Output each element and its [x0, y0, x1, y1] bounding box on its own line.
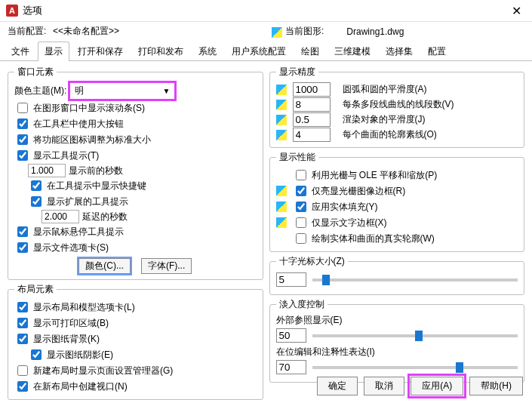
cb-ribbon-std-label: 将功能区图标调整为标准大小	[33, 134, 151, 146]
cb-scrollbars[interactable]	[17, 103, 28, 113]
cb-hover-tooltip-label: 显示鼠标悬停工具提示	[33, 226, 124, 238]
dwg-pref-icon	[276, 186, 287, 196]
cb-page-setup[interactable]	[17, 365, 28, 376]
cb-paper-bg-label: 显示图纸背景(K)	[33, 333, 100, 346]
close-icon[interactable]: ✕	[507, 4, 526, 18]
cb-image-frame[interactable]	[296, 186, 306, 196]
cb-page-setup-label: 新建布局时显示页面设置管理器(G)	[33, 365, 173, 377]
pline-seg-input[interactable]	[293, 97, 331, 112]
drawing-value: Drawing1.dwg	[346, 26, 404, 37]
refedit-fade-input[interactable]	[276, 360, 306, 374]
delay-input[interactable]	[42, 210, 79, 223]
xref-fade-input[interactable]	[276, 328, 306, 343]
apply-button[interactable]: 应用(A)	[411, 377, 463, 395]
color-theme-label: 颜色主题(M):	[14, 85, 66, 97]
cb-create-vp-label: 在新布局中创建视口(N)	[33, 380, 128, 393]
cancel-button[interactable]: 取消	[364, 377, 404, 395]
xref-fade-label: 外部参照显示(E)	[276, 314, 518, 327]
tab-select[interactable]: 选择集	[379, 42, 420, 61]
cb-shortcut-label: 在工具提示中显示快捷键	[47, 180, 146, 192]
cb-layout-tabs-label: 显示布局和模型选项卡(L)	[33, 301, 135, 314]
cb-paper-shadow[interactable]	[31, 349, 42, 360]
cb-hover-tooltip[interactable]	[17, 226, 28, 237]
cb-big-buttons-label: 在工具栏中使用大按钮	[33, 118, 124, 131]
cb-tooltips-label: 显示工具提示(T)	[33, 149, 99, 162]
dwg-pref-icon	[276, 130, 287, 140]
cb-solid-fill[interactable]	[296, 202, 306, 212]
winelem-legend: 窗口元素	[14, 66, 57, 78]
dwg-pref-icon	[276, 202, 287, 212]
color-theme-value: 明	[75, 85, 84, 97]
tabs: 文件 显示 打开和保存 打印和发布 系统 用户系统配置 绘图 三维建模 选择集 …	[0, 41, 532, 61]
cb-ribbon-std[interactable]	[17, 134, 28, 145]
xref-fade-slider[interactable]	[312, 334, 518, 337]
refedit-fade-slider[interactable]	[312, 366, 518, 369]
cb-create-vp[interactable]	[17, 381, 28, 392]
dwg-pref-icon	[276, 85, 287, 95]
cb-image-frame-label: 仅亮显光栅图像边框(R)	[312, 185, 406, 198]
seconds-label: 显示前的秒数	[69, 165, 123, 177]
drawing-label: 当前图形:	[285, 25, 324, 38]
slider-thumb-icon[interactable]	[456, 362, 463, 373]
render-smooth-input[interactable]	[293, 112, 331, 127]
colors-button[interactable]: 颜色(C)...	[78, 258, 131, 274]
cb-layout-tabs[interactable]	[17, 302, 28, 312]
cb-pan-zoom[interactable]	[296, 170, 306, 180]
dwg-pref-icon	[276, 100, 287, 110]
cb-tooltips[interactable]	[17, 150, 28, 161]
tab-file[interactable]: 文件	[5, 42, 36, 61]
seconds-input[interactable]	[28, 164, 66, 177]
drawing-icon	[272, 27, 282, 38]
cb-pan-zoom-label: 利用光栅与 OLE 平移和缩放(P)	[312, 169, 438, 182]
cb-paper-shadow-label: 显示图纸阴影(E)	[47, 349, 113, 362]
perf-legend: 显示性能	[276, 151, 318, 164]
cb-ext-tooltip[interactable]	[31, 196, 42, 207]
delay-label: 延迟的秒数	[82, 211, 128, 223]
help-button[interactable]: 帮助(H)	[469, 377, 523, 395]
ok-button[interactable]: 确定	[317, 377, 358, 395]
tab-plot[interactable]: 打印和发布	[131, 42, 190, 61]
cb-text-frame-label: 仅显示文字边框(X)	[312, 217, 387, 229]
precision-legend: 显示精度	[276, 66, 318, 78]
cb-big-buttons[interactable]	[17, 118, 28, 129]
cb-file-tabs[interactable]	[17, 242, 28, 253]
contour-label: 每个曲面的轮廓素线(O)	[343, 128, 437, 141]
app-icon: A	[6, 5, 18, 17]
cb-printable[interactable]	[17, 318, 28, 328]
color-theme-combo[interactable]: 明 ▼	[69, 82, 175, 100]
slider-thumb-icon[interactable]	[322, 275, 330, 285]
pline-seg-label: 每条多段线曲线的线段数(V)	[343, 98, 454, 111]
dwg-pref-icon	[276, 217, 287, 228]
cb-printable-label: 显示可打印区域(B)	[33, 317, 109, 330]
crosshair-slider[interactable]	[312, 278, 518, 282]
window-title: 选项	[23, 4, 507, 17]
tab-system[interactable]: 系统	[192, 42, 223, 61]
arc-smooth-label: 圆弧和圆的平滑度(A)	[343, 83, 427, 96]
dwg-pref-icon	[276, 115, 287, 125]
cb-file-tabs-label: 显示文件选项卡(S)	[33, 242, 109, 254]
crosshair-input[interactable]	[276, 272, 306, 287]
tab-userpref[interactable]: 用户系统配置	[225, 42, 293, 61]
slider-thumb-icon[interactable]	[415, 331, 423, 341]
cb-shortcut[interactable]	[31, 180, 42, 191]
fade-legend: 淡入度控制	[276, 298, 328, 311]
layout-legend: 布局元素	[14, 283, 57, 296]
cb-paper-bg[interactable]	[17, 334, 28, 344]
profile-value: <<未命名配置>>	[53, 25, 234, 38]
render-smooth-label: 渲染对象的平滑度(J)	[343, 113, 426, 126]
tab-opensave[interactable]: 打开和保存	[71, 42, 130, 61]
profile-label: 当前配置:	[8, 25, 53, 38]
cb-scrollbars-label: 在图形窗口中显示滚动条(S)	[33, 102, 145, 115]
cb-text-frame[interactable]	[296, 217, 306, 228]
cb-ext-tooltip-label: 显示扩展的工具提示	[47, 195, 128, 208]
arc-smooth-input[interactable]	[293, 82, 331, 97]
fonts-button[interactable]: 字体(F)...	[141, 258, 192, 274]
tab-draft[interactable]: 绘图	[294, 42, 326, 61]
cb-true-sil[interactable]	[296, 233, 306, 244]
tab-display[interactable]: 显示	[38, 42, 69, 61]
contour-input[interactable]	[293, 128, 331, 142]
crosshair-legend: 十字光标大小(Z)	[276, 255, 348, 268]
tab-profiles[interactable]: 配置	[421, 42, 453, 61]
cb-solid-fill-label: 应用实体填充(Y)	[312, 201, 378, 214]
tab-3d[interactable]: 三维建模	[328, 42, 377, 61]
